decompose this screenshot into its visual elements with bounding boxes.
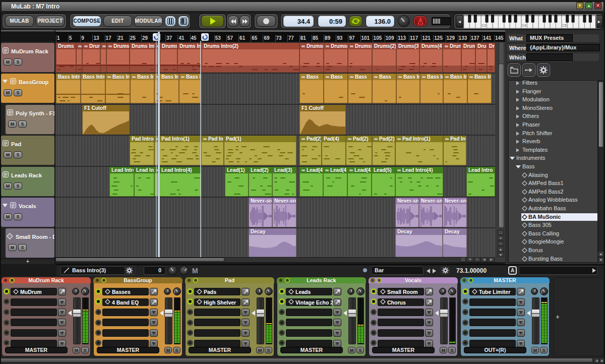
svg-text:C5: C5 [562,24,567,27]
svg-text:C4: C4 [522,24,527,27]
svg-text:C3: C3 [482,24,487,27]
